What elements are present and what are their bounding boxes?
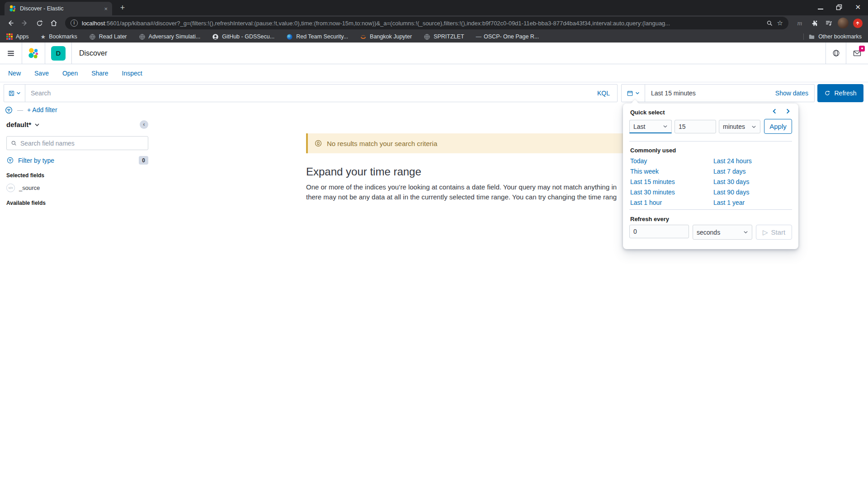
field-search-input[interactable] (20, 140, 144, 147)
saved-query-menu-button[interactable] (4, 85, 25, 102)
refresh-interval-input[interactable] (629, 225, 689, 238)
bookmark-spritzlet[interactable]: SPRITZLET (424, 33, 464, 40)
apply-button[interactable]: Apply (764, 119, 792, 134)
next-time-window-icon[interactable] (785, 108, 791, 114)
url-host: localhost (82, 20, 105, 27)
discover-app-badge: D (51, 46, 66, 61)
show-dates-button[interactable]: Show dates (775, 90, 808, 97)
extension-m-icon[interactable]: m (794, 17, 806, 29)
apps-grid-icon (6, 33, 13, 40)
link-last-1-year[interactable]: Last 1 year (713, 199, 745, 206)
bookmark-red-team[interactable]: Red Team Security... (286, 33, 348, 40)
browser-tab[interactable]: Discover - Elastic × (5, 2, 112, 15)
globe-icon (424, 33, 430, 40)
add-filter-button[interactable]: + Add filter (27, 106, 57, 113)
filter-settings-icon[interactable] (5, 106, 13, 114)
link-today[interactable]: Today (630, 157, 647, 165)
elastic-favicon-icon (9, 5, 16, 12)
link-last-90-days[interactable]: Last 90 days (713, 189, 749, 196)
filter-icon (6, 156, 14, 164)
refresh-unit-select[interactable]: seconds (693, 225, 752, 240)
nav-save[interactable]: Save (34, 70, 49, 77)
bookmark-jupyter[interactable]: Bangkok Jupyter (360, 33, 412, 40)
bookmark-label: Read Later (99, 33, 127, 40)
jupyter-icon (360, 33, 367, 40)
link-last-15-minutes[interactable]: Last 15 minutes (630, 178, 675, 185)
field-search-box[interactable] (6, 136, 148, 150)
browser-toolbar: i localhost:5601/app/kibana#/discover?_g… (0, 15, 868, 31)
url-text[interactable]: localhost:5601/app/kibana#/discover?_g=(… (82, 20, 762, 27)
bookmark-github[interactable]: GitHub - GDSSecu... (212, 33, 274, 40)
chevron-down-icon[interactable] (34, 122, 40, 128)
menu-button[interactable] (0, 43, 22, 64)
quick-menu-button[interactable] (622, 85, 645, 102)
collapse-sidebar-button[interactable]: ‹ (140, 120, 148, 129)
app-icon-button[interactable]: D (45, 43, 71, 64)
bookmark-adversary[interactable]: Adversary Simulati... (139, 33, 201, 40)
nav-inspect[interactable]: Inspect (122, 70, 142, 77)
tense-value: Last (633, 123, 645, 130)
reload-icon[interactable] (33, 17, 45, 29)
profile-avatar[interactable] (837, 17, 849, 29)
link-last-7-days[interactable]: Last 7 days (713, 168, 746, 175)
bookmark-apps[interactable]: Apps (6, 33, 29, 40)
bookmark-star-icon[interactable]: ☆ (777, 19, 783, 27)
help-menu-button[interactable] (826, 43, 846, 64)
site-info-icon[interactable]: i (71, 19, 78, 27)
filter-bar: — + Add filter (5, 105, 57, 115)
back-icon[interactable] (5, 17, 16, 29)
nav-new[interactable]: New (8, 70, 21, 77)
field-item-source[interactable]: </> _source (6, 184, 148, 192)
tab-close-icon[interactable]: × (104, 5, 108, 12)
tense-select[interactable]: Last (629, 120, 672, 133)
avatar (838, 18, 849, 28)
search-input[interactable] (25, 90, 590, 97)
fields-sidebar: default* ‹ Filter by type 0 Selected fie… (0, 117, 156, 477)
other-bookmarks-button[interactable]: Other bookmarks (808, 33, 862, 40)
link-this-week[interactable]: This week (630, 168, 659, 175)
hamburger-icon (7, 49, 15, 57)
window-minimize-icon[interactable] (818, 9, 823, 9)
home-icon[interactable] (48, 17, 60, 29)
link-last-24-hours[interactable]: Last 24 hours (713, 157, 752, 165)
browser-update-icon[interactable] (852, 17, 863, 29)
window-restore-icon[interactable] (836, 4, 842, 10)
bookmark-oscp[interactable]: — OSCP- One Page R... (476, 33, 539, 40)
search-icon[interactable] (766, 20, 773, 27)
previous-time-window-icon[interactable] (771, 108, 778, 114)
time-amount-input[interactable] (675, 120, 716, 133)
filter-count-badge: 0 (139, 156, 148, 165)
bookmark-label: Adversary Simulati... (149, 33, 201, 40)
url-bar[interactable]: i localhost:5601/app/kibana#/discover?_g… (65, 17, 788, 29)
newsfeed-button[interactable] (846, 43, 868, 64)
callout-text: No results match your search criteria (327, 140, 437, 147)
time-range-display[interactable]: Last 15 minutes (651, 90, 696, 97)
warning-icon (314, 139, 322, 147)
commonly-used-heading: Commonly used (630, 147, 676, 154)
url-path: :5601/app/kibana#/discover?_g=(filters:!… (105, 20, 670, 27)
elastic-home-button[interactable] (22, 43, 45, 64)
extensions-puzzle-icon[interactable] (808, 17, 820, 29)
bookmarks-bar: Apps ★ Bookmarks Read Later Adversary Si… (0, 31, 868, 43)
bookmark-read-later[interactable]: Read Later (89, 33, 127, 40)
body-text-line1: One or more of the indices you’re lookin… (306, 183, 617, 191)
link-last-30-days[interactable]: Last 30 days (713, 178, 749, 185)
link-last-1-hour[interactable]: Last 1 hour (630, 199, 662, 206)
filter-by-type-button[interactable]: Filter by type (18, 157, 54, 164)
elastic-logo-icon (28, 47, 39, 59)
body-text-line2: there may not be any data at all in the … (306, 193, 617, 201)
forward-icon[interactable] (19, 17, 31, 29)
nav-open[interactable]: Open (62, 70, 78, 77)
bookmark-bookmarks[interactable]: ★ Bookmarks (41, 33, 77, 40)
nav-share[interactable]: Share (91, 70, 108, 77)
time-unit-select[interactable]: minutes (719, 120, 760, 133)
window-close-icon[interactable]: ✕ (855, 3, 861, 11)
globe-icon (139, 33, 146, 40)
playlist-music-icon[interactable] (823, 17, 835, 29)
start-refresh-button[interactable]: ▷ Start (756, 225, 792, 240)
new-tab-button[interactable]: + (118, 3, 127, 13)
play-icon: ▷ (763, 228, 768, 236)
refresh-button[interactable]: Refresh (817, 84, 863, 102)
link-last-30-minutes[interactable]: Last 30 minutes (630, 189, 675, 196)
kql-toggle-button[interactable]: KQL (590, 90, 617, 97)
